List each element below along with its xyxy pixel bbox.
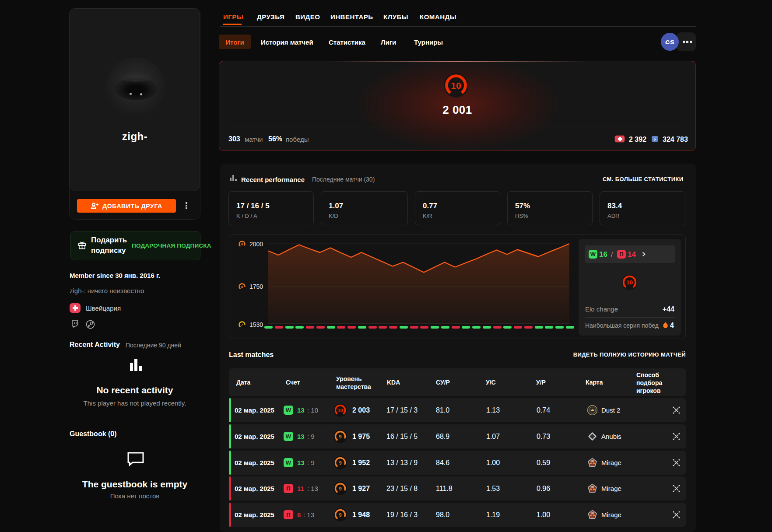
svg-text:9: 9 — [241, 242, 243, 246]
svg-text:9: 9 — [339, 434, 341, 439]
svg-text:9: 9 — [339, 486, 341, 491]
svg-text:9: 9 — [339, 460, 341, 465]
svg-text:8: 8 — [241, 285, 243, 289]
svg-text:10: 10 — [626, 279, 633, 286]
svg-text:7: 7 — [241, 323, 243, 327]
svg-text:10: 10 — [337, 408, 343, 413]
svg-text:10: 10 — [451, 80, 461, 91]
svg-text:9: 9 — [339, 512, 341, 518]
